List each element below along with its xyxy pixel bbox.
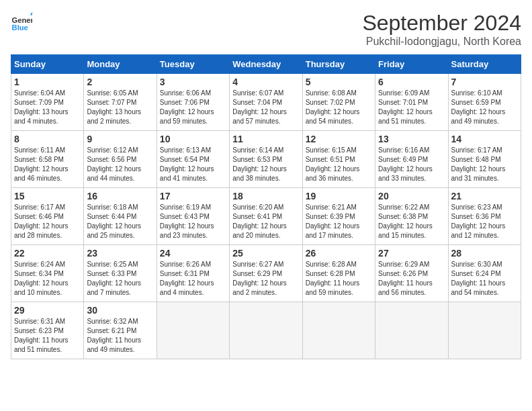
calendar-day-cell: 12 Sunrise: 6:15 AMSunset: 6:51 PMDaylig… [302, 131, 375, 188]
day-number: 26 [306, 248, 372, 259]
day-info: Sunrise: 6:06 AMSunset: 7:06 PMDaylight:… [160, 89, 226, 126]
calendar-day-cell: 14 Sunrise: 6:17 AMSunset: 6:48 PMDaylig… [448, 131, 521, 188]
day-info: Sunrise: 6:23 AMSunset: 6:36 PMDaylight:… [451, 203, 518, 240]
calendar-day-cell: 16 Sunrise: 6:18 AMSunset: 6:44 PMDaylig… [84, 188, 157, 245]
day-info: Sunrise: 6:17 AMSunset: 6:48 PMDaylight:… [451, 146, 518, 183]
calendar-day-cell: 18 Sunrise: 6:20 AMSunset: 6:41 PMDaylig… [230, 188, 302, 245]
day-number: 16 [87, 191, 153, 201]
calendar-day-cell: 21 Sunrise: 6:23 AMSunset: 6:36 PMDaylig… [448, 188, 521, 245]
svg-text:Blue: Blue [12, 24, 28, 32]
svg-text:General: General [12, 16, 32, 24]
calendar-week-row: 15 Sunrise: 6:17 AMSunset: 6:46 PMDaylig… [11, 188, 521, 245]
day-number: 8 [14, 134, 81, 144]
calendar-day-cell: 13 Sunrise: 6:16 AMSunset: 6:49 PMDaylig… [375, 131, 448, 188]
page-header: General Blue September 2024 Pukchil-Iodo… [11, 11, 521, 48]
day-info: Sunrise: 6:19 AMSunset: 6:43 PMDaylight:… [160, 203, 226, 240]
location-title: Pukchil-Iodongjagu, North Korea [362, 36, 521, 48]
weekday-header: Friday [375, 55, 448, 74]
weekday-header-row: SundayMondayTuesdayWednesdayThursdayFrid… [11, 55, 521, 74]
calendar-day-cell [302, 302, 375, 359]
calendar-day-cell: 15 Sunrise: 6:17 AMSunset: 6:46 PMDaylig… [11, 188, 84, 245]
day-number: 22 [14, 248, 81, 259]
day-number: 10 [160, 134, 226, 144]
weekday-header: Wednesday [230, 55, 302, 74]
calendar-day-cell: 25 Sunrise: 6:27 AMSunset: 6:29 PMDaylig… [230, 245, 302, 302]
logo-icon: General Blue [11, 11, 32, 32]
day-info: Sunrise: 6:24 AMSunset: 6:34 PMDaylight:… [14, 260, 81, 298]
calendar-day-cell: 10 Sunrise: 6:13 AMSunset: 6:54 PMDaylig… [157, 131, 229, 188]
day-info: Sunrise: 6:17 AMSunset: 6:46 PMDaylight:… [14, 203, 81, 240]
day-info: Sunrise: 6:21 AMSunset: 6:39 PMDaylight:… [306, 203, 372, 240]
calendar-day-cell: 22 Sunrise: 6:24 AMSunset: 6:34 PMDaylig… [11, 245, 84, 302]
calendar-day-cell: 9 Sunrise: 6:12 AMSunset: 6:56 PMDayligh… [84, 131, 157, 188]
calendar-day-cell [157, 302, 229, 359]
day-info: Sunrise: 6:18 AMSunset: 6:44 PMDaylight:… [87, 203, 153, 240]
day-info: Sunrise: 6:29 AMSunset: 6:26 PMDaylight:… [378, 260, 445, 298]
title-area: September 2024 Pukchil-Iodongjagu, North… [362, 11, 521, 48]
day-number: 15 [14, 191, 81, 201]
calendar-day-cell: 26 Sunrise: 6:28 AMSunset: 6:28 PMDaylig… [302, 245, 375, 302]
weekday-header: Monday [84, 55, 157, 74]
day-info: Sunrise: 6:16 AMSunset: 6:49 PMDaylight:… [378, 146, 445, 183]
day-number: 1 [14, 77, 81, 87]
calendar-day-cell: 28 Sunrise: 6:30 AMSunset: 6:24 PMDaylig… [448, 245, 521, 302]
day-number: 23 [87, 248, 153, 259]
calendar-week-row: 22 Sunrise: 6:24 AMSunset: 6:34 PMDaylig… [11, 245, 521, 302]
svg-marker-2 [30, 12, 32, 15]
calendar-day-cell: 6 Sunrise: 6:09 AMSunset: 7:01 PMDayligh… [375, 74, 448, 131]
day-number: 6 [378, 77, 445, 87]
day-info: Sunrise: 6:20 AMSunset: 6:41 PMDaylight:… [232, 203, 299, 240]
day-number: 14 [451, 134, 518, 144]
day-info: Sunrise: 6:08 AMSunset: 7:02 PMDaylight:… [306, 89, 372, 126]
day-number: 12 [306, 134, 372, 144]
calendar-day-cell [230, 302, 302, 359]
day-info: Sunrise: 6:04 AMSunset: 7:09 PMDaylight:… [14, 89, 81, 126]
day-info: Sunrise: 6:12 AMSunset: 6:56 PMDaylight:… [87, 146, 153, 183]
day-info: Sunrise: 6:30 AMSunset: 6:24 PMDaylight:… [451, 260, 518, 298]
day-number: 21 [451, 191, 518, 201]
day-number: 18 [232, 191, 299, 201]
calendar-day-cell: 27 Sunrise: 6:29 AMSunset: 6:26 PMDaylig… [375, 245, 448, 302]
calendar-table: SundayMondayTuesdayWednesdayThursdayFrid… [11, 54, 521, 359]
day-number: 2 [87, 77, 153, 87]
month-title: September 2024 [362, 11, 521, 36]
day-info: Sunrise: 6:25 AMSunset: 6:33 PMDaylight:… [87, 260, 153, 298]
day-info: Sunrise: 6:22 AMSunset: 6:38 PMDaylight:… [378, 203, 445, 240]
day-info: Sunrise: 6:32 AMSunset: 6:21 PMDaylight:… [87, 317, 153, 355]
day-info: Sunrise: 6:26 AMSunset: 6:31 PMDaylight:… [160, 260, 226, 298]
day-info: Sunrise: 6:11 AMSunset: 6:58 PMDaylight:… [14, 146, 81, 183]
day-info: Sunrise: 6:15 AMSunset: 6:51 PMDaylight:… [306, 146, 372, 183]
calendar-day-cell: 1 Sunrise: 6:04 AMSunset: 7:09 PMDayligh… [11, 74, 84, 131]
day-info: Sunrise: 6:27 AMSunset: 6:29 PMDaylight:… [232, 260, 299, 298]
day-number: 7 [451, 77, 518, 87]
calendar-week-row: 8 Sunrise: 6:11 AMSunset: 6:58 PMDayligh… [11, 131, 521, 188]
day-number: 30 [87, 305, 153, 316]
day-number: 5 [306, 77, 372, 87]
weekday-header: Sunday [11, 55, 84, 74]
day-number: 17 [160, 191, 226, 201]
day-number: 25 [232, 248, 299, 259]
logo: General Blue [11, 11, 32, 32]
calendar-day-cell: 5 Sunrise: 6:08 AMSunset: 7:02 PMDayligh… [302, 74, 375, 131]
calendar-day-cell: 23 Sunrise: 6:25 AMSunset: 6:33 PMDaylig… [84, 245, 157, 302]
calendar-day-cell: 20 Sunrise: 6:22 AMSunset: 6:38 PMDaylig… [375, 188, 448, 245]
day-number: 20 [378, 191, 445, 201]
weekday-header: Tuesday [157, 55, 229, 74]
day-info: Sunrise: 6:05 AMSunset: 7:07 PMDaylight:… [87, 89, 153, 126]
day-number: 19 [306, 191, 372, 201]
day-number: 24 [160, 248, 226, 259]
calendar-day-cell: 11 Sunrise: 6:14 AMSunset: 6:53 PMDaylig… [230, 131, 302, 188]
calendar-day-cell: 17 Sunrise: 6:19 AMSunset: 6:43 PMDaylig… [157, 188, 229, 245]
calendar-day-cell [448, 302, 521, 359]
calendar-week-row: 1 Sunrise: 6:04 AMSunset: 7:09 PMDayligh… [11, 74, 521, 131]
calendar-day-cell: 7 Sunrise: 6:10 AMSunset: 6:59 PMDayligh… [448, 74, 521, 131]
day-info: Sunrise: 6:28 AMSunset: 6:28 PMDaylight:… [306, 260, 372, 298]
day-number: 9 [87, 134, 153, 144]
day-number: 11 [232, 134, 299, 144]
calendar-day-cell: 8 Sunrise: 6:11 AMSunset: 6:58 PMDayligh… [11, 131, 84, 188]
day-info: Sunrise: 6:14 AMSunset: 6:53 PMDaylight:… [232, 146, 299, 183]
day-number: 28 [451, 248, 518, 259]
calendar-day-cell: 24 Sunrise: 6:26 AMSunset: 6:31 PMDaylig… [157, 245, 229, 302]
weekday-header: Thursday [302, 55, 375, 74]
calendar-day-cell: 30 Sunrise: 6:32 AMSunset: 6:21 PMDaylig… [84, 302, 157, 359]
